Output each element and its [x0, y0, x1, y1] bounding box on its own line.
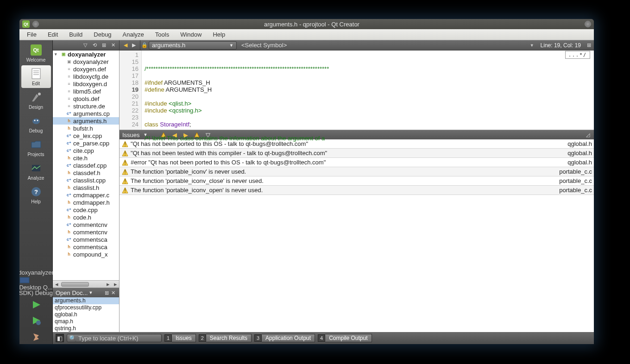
grid-icon[interactable]: ⊞ — [586, 42, 592, 49]
open-doc-item[interactable]: qstring.h — [53, 325, 119, 332]
code-area[interactable]: /***************************************… — [142, 50, 594, 130]
menubar: FileEditBuildDebugAnalyzeToolsWindowHelp — [19, 29, 594, 40]
close-pane-icon[interactable]: ✕ — [110, 42, 116, 49]
file-combo[interactable]: arguments.h ▼ — [149, 41, 237, 50]
open-doc-item[interactable]: qfprocessutility.cpp — [53, 304, 119, 311]
h-scrollbar[interactable]: ◂▸▸ — [53, 280, 119, 288]
menu-debug[interactable]: Debug — [88, 30, 117, 39]
fold-indicator[interactable]: ...*/ — [565, 51, 590, 59]
kit-selector[interactable]: doxyanalyzerDesktop Q...SDK) Debug — [19, 269, 55, 297]
svg-text:?: ? — [34, 188, 38, 195]
tree-item[interactable]: c⁺classlist.cpp — [53, 176, 119, 184]
window-close-icon[interactable] — [32, 21, 39, 27]
issues-list[interactable]: !"Qt has not been ported to this OS - ta… — [120, 139, 594, 332]
tree-item[interactable]: ≡doxygen.def — [53, 65, 119, 73]
menu-build[interactable]: Build — [63, 30, 88, 39]
tree-item[interactable]: ≡libdoxygen.d — [53, 80, 119, 88]
open-doc-item[interactable]: arguments.h — [53, 297, 119, 304]
output-tab-application-output[interactable]: 3Application Output — [254, 334, 315, 342]
tree-item[interactable]: ≡libmd5.def — [53, 88, 119, 95]
tree-item[interactable]: hcommentsca — [53, 243, 119, 251]
tree-item[interactable]: ≡libdoxycfg.de — [53, 73, 119, 80]
menu-help[interactable]: Help — [207, 30, 231, 39]
mode-projects[interactable]: Projects — [21, 136, 51, 159]
tree-item[interactable]: harguments.h — [53, 117, 119, 125]
tree-item[interactable]: hcode.h — [53, 213, 119, 221]
output-tab-compile-output[interactable]: 4Compile Output — [318, 334, 372, 342]
code-editor[interactable]: 115161718192021222324 /*****************… — [120, 50, 594, 130]
tree-item[interactable]: c⁺code.cpp — [53, 206, 119, 213]
tree-item[interactable]: c⁺commentcnv — [53, 221, 119, 228]
tree-item[interactable]: hclasslist.h — [53, 184, 119, 191]
locator-input[interactable]: 🔍 Type to locate (Ctrl+K) — [67, 334, 162, 342]
nav-fwd-icon[interactable]: ▶ — [131, 42, 137, 49]
run-button[interactable] — [29, 299, 43, 311]
qt-logo-icon: Qt — [22, 20, 30, 28]
open-doc-item[interactable]: qmap.h — [53, 318, 119, 325]
tree-item[interactable]: ≡structure.de — [53, 102, 119, 110]
tree-item[interactable]: c⁺cmdmapper.c — [53, 191, 119, 199]
open-doc-item[interactable]: qglobal.h — [53, 311, 119, 318]
nav-back-icon[interactable]: ◀ — [122, 42, 129, 49]
menu-file[interactable]: File — [21, 30, 42, 39]
mode-design[interactable]: Design — [21, 89, 51, 112]
build-button[interactable] — [29, 330, 43, 342]
output-tab-issues[interactable]: 1Issues — [164, 334, 196, 342]
svg-text:!: ! — [124, 178, 126, 185]
tree-item[interactable]: hcompound_x — [53, 251, 119, 258]
warning-icon: ! — [121, 187, 129, 194]
editor-toolbar: ▽ ⟲ ⊞ ✕ ◀ ▶ 🔒 arguments.h ▼ <Select Symb… — [53, 40, 594, 50]
menu-analyze[interactable]: Analyze — [117, 30, 150, 39]
tree-item[interactable]: hcmdmapper.h — [53, 199, 119, 206]
filter-icon[interactable]: ▽ — [82, 42, 88, 49]
tree-item[interactable]: hcommentcnv — [53, 228, 119, 236]
main-window: Qt arguments.h - qprojtool - Qt Creator … — [19, 19, 594, 344]
close-icon[interactable]: ✕ — [110, 289, 116, 296]
menu-edit[interactable]: Edit — [42, 30, 63, 39]
tree-item[interactable]: ▣doxyanalyzer — [53, 58, 119, 65]
lock-icon[interactable]: 🔒 — [141, 42, 148, 49]
run-debug-button[interactable] — [29, 314, 43, 326]
symbol-combo[interactable]: <Select Symbol> — [239, 42, 433, 49]
chevron-down-icon: ▼ — [530, 43, 534, 48]
tree-item[interactable]: c⁺arguments.cp — [53, 110, 119, 117]
tree-item[interactable]: hclassdef.h — [53, 169, 119, 176]
open-docs-title: Open Doc... — [56, 289, 88, 296]
split-icon[interactable]: ⊞ — [103, 289, 110, 296]
file-cpp-icon: c⁺ — [66, 177, 72, 183]
toggle-sidebar-icon[interactable]: ◧ — [56, 334, 64, 342]
project-tree[interactable]: ▾▣doxyanalyzer▣doxyanalyzer≡doxygen.def≡… — [53, 50, 119, 280]
svg-text:!: ! — [124, 169, 126, 176]
tree-item[interactable]: c⁺cite.cpp — [53, 147, 119, 154]
output-tab-search-results[interactable]: 2Search Results — [199, 334, 252, 342]
locator-placeholder: Type to locate (Ctrl+K) — [78, 335, 139, 342]
mode-analyze[interactable]: Analyze — [21, 160, 51, 182]
tree-item[interactable]: c⁺ce_lex.cpp — [53, 132, 119, 139]
issue-row[interactable]: !#error "Qt has not been ported to this … — [120, 158, 594, 167]
tree-root[interactable]: ▾▣doxyanalyzer — [53, 50, 119, 58]
file-h-icon: h — [66, 251, 72, 257]
window-minimize-icon[interactable] — [585, 21, 591, 27]
tree-item[interactable]: c⁺commentsca — [53, 236, 119, 243]
mode-welcome[interactable]: QtWelcome — [21, 42, 51, 64]
svg-text:!: ! — [124, 159, 126, 166]
tree-item[interactable]: c⁺ce_parse.cpp — [53, 139, 119, 147]
mode-debug[interactable]: Debug — [21, 113, 51, 135]
mode-help[interactable]: ?Help — [21, 183, 51, 206]
issue-row[interactable]: !The function 'portable_iconv' is never … — [120, 167, 594, 176]
split-icon[interactable]: ⊞ — [101, 42, 107, 49]
project-pane: ▾▣doxyanalyzer▣doxyanalyzer≡doxygen.def≡… — [53, 50, 120, 332]
menu-tools[interactable]: Tools — [150, 30, 175, 39]
mode-edit[interactable]: Edit — [21, 65, 51, 88]
tree-item[interactable]: c⁺classdef.cpp — [53, 162, 119, 169]
link-icon[interactable]: ⟲ — [91, 42, 98, 49]
tree-item[interactable]: ≡qtools.def — [53, 95, 119, 102]
issue-row[interactable]: !The function 'portable_iconv_close' is … — [120, 176, 594, 186]
issue-row[interactable]: !The function 'portable_iconv_open' is n… — [120, 186, 594, 195]
menu-window[interactable]: Window — [175, 30, 207, 39]
tree-item[interactable]: hcite.h — [53, 154, 119, 162]
issues-title: Issues — [122, 132, 140, 138]
open-docs-list[interactable]: arguments.hqfprocessutility.cppqglobal.h… — [53, 297, 119, 332]
svg-text:!: ! — [124, 187, 126, 194]
tree-item[interactable]: hbufstr.h — [53, 125, 119, 132]
